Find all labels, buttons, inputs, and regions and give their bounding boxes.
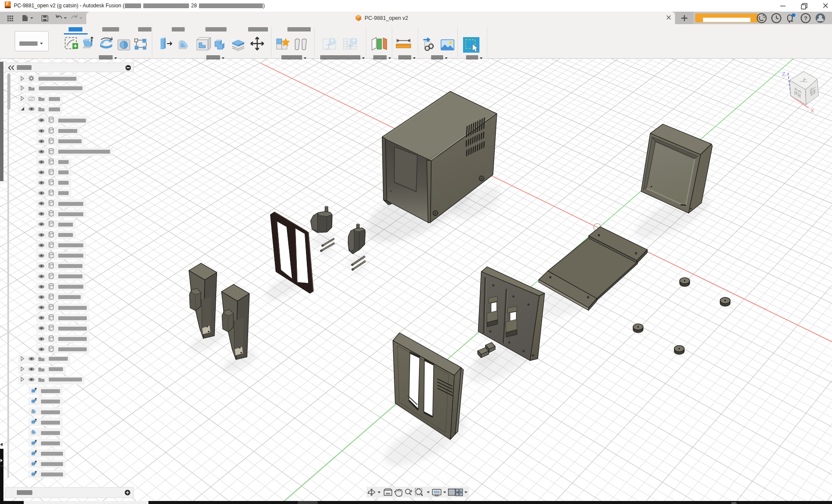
svg-text:X: X (810, 107, 814, 114)
svg-text:Z: Z (782, 71, 785, 77)
svg-text:?: ? (804, 15, 807, 22)
